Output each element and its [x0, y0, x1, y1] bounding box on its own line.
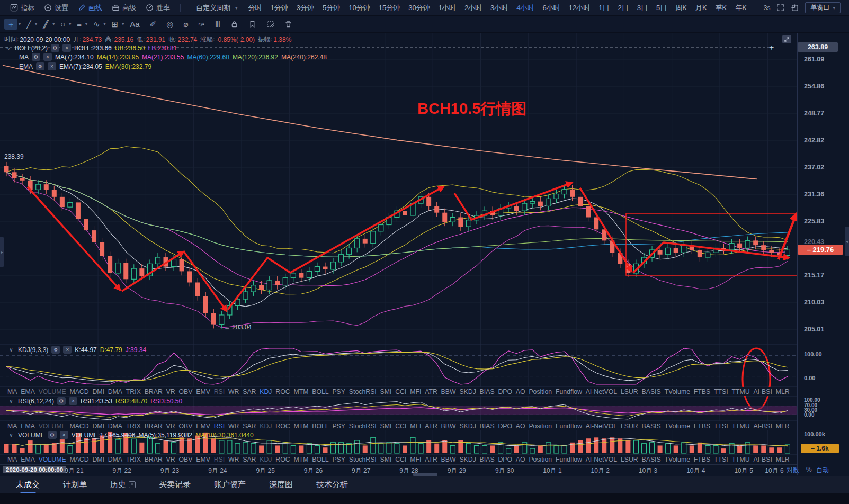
kdj-settings-button[interactable]: ⚙: [51, 346, 60, 354]
indicator-tab-basis-volume[interactable]: BASIS: [641, 456, 660, 463]
bottom-tab-深度图[interactable]: 深度图: [269, 480, 293, 494]
menu-item-indicator[interactable]: 指标: [5, 3, 39, 13]
period-分时[interactable]: 分时: [245, 3, 266, 13]
period-3小时[interactable]: 3小时: [487, 3, 512, 13]
indicator-tab-wr-volume[interactable]: WR: [228, 456, 239, 463]
indicator-tab-ai-bsi-rsi[interactable]: AI-BSI: [753, 422, 772, 430]
indicator-tab-macd-kdj[interactable]: MACD: [69, 388, 88, 395]
wave-tool-dropdown-icon[interactable]: ▾: [103, 22, 109, 26]
indicator-tab-brar-kdj[interactable]: BRAR: [145, 388, 163, 395]
pane-divider-handle[interactable]: [413, 473, 437, 476]
indicator-tab-dma-rsi[interactable]: DMA: [108, 422, 122, 430]
parallel-lines-tool-dropdown-icon[interactable]: ▾: [84, 22, 91, 26]
indicator-tab-position-kdj[interactable]: Position: [529, 388, 552, 395]
indicator-tab-basis-rsi[interactable]: BASIS: [641, 422, 660, 430]
indicator-tab-ttmu-kdj[interactable]: TTMU: [731, 388, 749, 395]
indicator-tab-ai-netvol-rsi[interactable]: AI-NetVOL: [586, 422, 617, 430]
period-年K[interactable]: 年K: [731, 3, 750, 13]
rsi-close-button[interactable]: ×: [69, 397, 77, 405]
boll-settings-button[interactable]: ⚙: [51, 44, 59, 52]
indicator-tab-ai-netvol-volume[interactable]: AI-NetVOL: [586, 456, 617, 463]
kdj-collapse-icon[interactable]: ∨: [7, 347, 15, 353]
period-1小时[interactable]: 1小时: [435, 3, 460, 13]
position-box-tool[interactable]: ⊞: [109, 19, 121, 30]
indicator-tab-obv-kdj[interactable]: OBV: [178, 388, 192, 395]
right-panel-handle[interactable]: ◂: [845, 227, 849, 256]
indicator-tab-boll-volume[interactable]: BOLL: [312, 456, 328, 463]
indicator-tab-smi-rsi[interactable]: SMI: [380, 422, 392, 430]
volume-close-button[interactable]: ×: [60, 431, 68, 439]
indicator-tab-dma-kdj[interactable]: DMA: [108, 388, 122, 395]
period-12小时[interactable]: 12小时: [565, 3, 594, 13]
fullscreen-icon[interactable]: [776, 4, 784, 12]
indicator-tab-position-rsi[interactable]: Position: [529, 422, 552, 430]
bottom-tab-买卖记录[interactable]: 买卖记录: [159, 480, 191, 494]
ma-settings-button[interactable]: ⚙: [32, 53, 40, 61]
indicator-tab-mlr-rsi[interactable]: MLR: [776, 422, 790, 430]
period-30分钟[interactable]: 30分钟: [405, 3, 433, 13]
indicator-tab-mtm-rsi[interactable]: MTM: [293, 422, 308, 430]
indicator-tab-mlr-volume[interactable]: MLR: [776, 456, 790, 463]
indicator-tab-bbw-volume[interactable]: BBW: [441, 456, 456, 463]
indicator-tab-mfi-kdj[interactable]: MFI: [410, 388, 421, 395]
parallel-lines-tool[interactable]: ≡: [74, 19, 84, 30]
custom-period-dropdown[interactable]: 自定义周期 ▾: [186, 3, 243, 13]
indicator-tab-vr-rsi[interactable]: VR: [166, 422, 175, 430]
indicator-tab-ai-bsi-kdj[interactable]: AI-BSI: [753, 388, 772, 395]
indicator-tab-tvolume-kdj[interactable]: TVolume: [665, 388, 691, 395]
menu-item-draw[interactable]: 画线: [73, 3, 107, 13]
band-tool[interactable]: ⌀: [181, 19, 191, 30]
indicator-tab-sar-rsi[interactable]: SAR: [243, 422, 256, 430]
indicator-tab-ai-bsi-volume[interactable]: AI-BSI: [753, 456, 772, 463]
indicator-tab-ema-volume[interactable]: EMA: [21, 456, 35, 463]
signature-tool[interactable]: ✑: [195, 19, 208, 30]
main-chart-canvas[interactable]: [0, 33, 797, 475]
indicator-tab-ai-netvol-kdj[interactable]: AI-NetVOL: [586, 388, 617, 395]
period-2日[interactable]: 2日: [614, 3, 632, 13]
indicator-tab-ttmu-volume[interactable]: TTMU: [731, 456, 749, 463]
indicator-tab-trix-kdj[interactable]: TRIX: [126, 388, 141, 395]
indicator-tab-atr-volume[interactable]: ATR: [425, 456, 437, 463]
channel-tool-dropdown-icon[interactable]: ▾: [51, 22, 58, 26]
indicator-tab-psy-volume[interactable]: PSY: [332, 456, 345, 463]
indicator-tab-mfi-volume[interactable]: MFI: [410, 456, 421, 463]
scale-pct-button[interactable]: %: [806, 466, 812, 473]
scale-auto-button[interactable]: 自动: [816, 466, 829, 475]
indicator-tab-ftbs-kdj[interactable]: FTBS: [694, 388, 710, 395]
indicator-tab-sar-kdj[interactable]: SAR: [243, 388, 256, 395]
indicator-tab-fundflow-volume[interactable]: Fundflow: [556, 456, 582, 463]
indicator-tab-atr-rsi[interactable]: ATR: [425, 422, 437, 430]
indicator-tab-psy-kdj[interactable]: PSY: [332, 388, 345, 395]
bottom-tab-计划单[interactable]: 计划单: [63, 480, 87, 494]
bottom-tab-账户资产[interactable]: 账户资产: [214, 480, 246, 494]
indicator-tab-volume-rsi[interactable]: VOLUME: [39, 422, 66, 430]
indicator-tab-roc-rsi[interactable]: ROC: [275, 422, 290, 430]
indicator-tab-lsur-rsi[interactable]: LSUR: [621, 422, 638, 430]
indicator-tab-ttsi-volume[interactable]: TTSI: [714, 456, 728, 463]
indicator-tab-ma-kdj[interactable]: MA: [7, 388, 17, 395]
indicator-tab-kdj-kdj[interactable]: KDJ: [260, 388, 272, 395]
indicator-tab-lsur-kdj[interactable]: LSUR: [621, 388, 638, 395]
indicator-tab-bias-rsi[interactable]: BIAS: [480, 422, 495, 430]
indicator-tab-ao-rsi[interactable]: AO: [516, 422, 525, 430]
indicator-tab-brar-rsi[interactable]: BRAR: [145, 422, 163, 430]
period-2小时[interactable]: 2小时: [461, 3, 486, 13]
trash-tool[interactable]: [282, 19, 295, 30]
indicator-tab-macd-rsi[interactable]: MACD: [69, 422, 88, 430]
fib-circles-tool[interactable]: ◎: [164, 19, 176, 30]
indicator-tab-trix-volume[interactable]: TRIX: [126, 456, 141, 463]
indicator-tab-ao-kdj[interactable]: AO: [516, 388, 525, 395]
period-4小时[interactable]: 4小时: [513, 3, 538, 13]
indicator-tab-boll-rsi[interactable]: BOLL: [312, 422, 328, 430]
indicator-tab-obv-rsi[interactable]: OBV: [178, 422, 192, 430]
indicator-tab-ema-rsi[interactable]: EMA: [21, 422, 35, 430]
kdj-close-button[interactable]: ×: [63, 346, 72, 354]
alert-plus-icon[interactable]: ＋: [767, 42, 775, 52]
wave-tool[interactable]: ∿: [91, 19, 103, 30]
ma-close-button[interactable]: ×: [43, 53, 52, 61]
indicator-tab-wr-rsi[interactable]: WR: [228, 422, 239, 430]
indicator-tab-emv-rsi[interactable]: EMV: [196, 422, 210, 430]
indicator-tab-mtm-volume[interactable]: MTM: [293, 456, 308, 463]
ema-settings-button[interactable]: ⚙: [36, 62, 44, 70]
indicator-tab-smi-volume[interactable]: SMI: [380, 456, 392, 463]
